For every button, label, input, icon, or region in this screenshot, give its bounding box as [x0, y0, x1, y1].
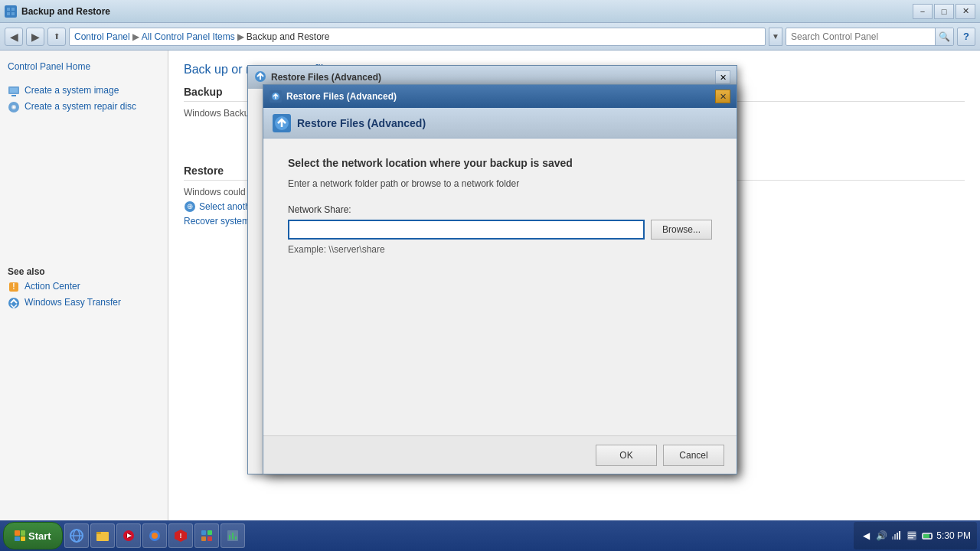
tray-power[interactable] — [921, 530, 933, 542]
svg-rect-27 — [201, 530, 206, 535]
breadcrumb: Control Panel ▶ All Control Panel Items … — [69, 28, 766, 46]
svg-rect-5 — [10, 88, 18, 93]
svg-rect-38 — [899, 531, 900, 540]
svg-rect-45 — [932, 535, 933, 537]
address-bar: ◀ ▶ ⬆ Control Panel ▶ All Control Panel … — [0, 23, 980, 51]
breadcrumb-dropdown[interactable]: ▼ — [769, 28, 782, 46]
svg-rect-28 — [207, 530, 212, 535]
network-share-row: Browse... — [288, 220, 712, 240]
dialog-title-bar: Restore Files (Advanced) ✕ — [263, 85, 737, 108]
dialog-header: Restore Files (Advanced) — [263, 108, 737, 139]
ok-button[interactable]: OK — [596, 445, 657, 466]
dialog-body: Select the network location where your b… — [263, 139, 737, 273]
svg-rect-40 — [908, 533, 916, 534]
sidebar-create-system-image[interactable]: Create a system image — [8, 84, 160, 97]
sidebar: Control Panel Home Create a system image — [0, 51, 168, 520]
create-repair-disc-label: Create a system repair disc — [24, 100, 136, 113]
tray-speaker[interactable]: 🔊 — [875, 530, 887, 542]
sidebar-windows-easy-transfer[interactable]: Windows Easy Transfer — [8, 296, 160, 309]
dialog-example: Example: \\server\share — [288, 244, 712, 255]
svg-point-24 — [152, 533, 158, 539]
firefox-icon — [147, 528, 162, 543]
breadcrumb-all-items[interactable]: All Control Panel Items — [142, 31, 235, 42]
forward-button[interactable]: ▶ — [26, 28, 44, 46]
taskbar-security[interactable]: ! — [168, 523, 193, 548]
dialog-description: Enter a network folder path or browse to… — [288, 178, 712, 189]
browse-button[interactable]: Browse... — [651, 220, 712, 240]
dialog-bg-close-button[interactable]: ✕ — [715, 70, 730, 84]
start-button[interactable]: Start — [3, 522, 63, 549]
tray-action-center[interactable] — [906, 530, 918, 542]
taskbar-firefox[interactable] — [142, 523, 167, 548]
network-share-input[interactable] — [288, 220, 645, 240]
sidebar-action-center[interactable]: ! Action Center — [8, 280, 160, 293]
svg-rect-6 — [11, 95, 16, 96]
dialog-title-text: Restore Files (Advanced) — [286, 91, 710, 102]
create-system-image-label: Create a system image — [24, 84, 119, 97]
action-center-icon: ! — [8, 281, 20, 293]
network-share-label: Network Share: — [288, 204, 712, 215]
svg-rect-42 — [908, 537, 913, 539]
see-also-title: See also — [8, 266, 160, 277]
dialog-close-button[interactable]: ✕ — [715, 90, 730, 103]
svg-rect-19 — [96, 532, 101, 534]
breadcrumb-current: Backup and Restore — [247, 31, 330, 42]
task-manager-icon — [225, 528, 240, 543]
window-icon — [5, 5, 17, 18]
svg-rect-30 — [207, 536, 212, 541]
ie-icon — [69, 528, 84, 543]
dialog-bg-title-text: Restore Files (Advanced) — [271, 72, 381, 83]
windows-logo — [15, 530, 25, 541]
dialog-main-title: Select the network location where your b… — [288, 157, 712, 169]
svg-rect-34 — [235, 536, 237, 540]
maximize-button[interactable]: □ — [934, 4, 954, 19]
tray-network[interactable] — [890, 530, 903, 542]
back-button[interactable]: ◀ — [5, 28, 23, 46]
start-label: Start — [28, 530, 51, 542]
control-panel-taskbar-icon — [199, 528, 214, 543]
search-input[interactable] — [786, 31, 935, 42]
taskbar: Start — [0, 520, 980, 551]
taskbar-explorer[interactable] — [90, 523, 115, 548]
media-icon — [121, 528, 136, 543]
dialog-header-icon — [273, 114, 291, 132]
svg-rect-32 — [229, 535, 230, 540]
taskbar-ie[interactable] — [64, 523, 89, 548]
dialog-title-icon — [270, 90, 282, 103]
search-button[interactable]: 🔍 — [935, 28, 953, 45]
taskbar-control-panel[interactable] — [194, 523, 219, 548]
svg-text:!: ! — [12, 282, 15, 291]
sidebar-control-panel-home[interactable]: Control Panel Home — [8, 60, 160, 73]
window-title: Backup and Restore — [21, 6, 913, 17]
svg-text:⊕: ⊕ — [187, 202, 193, 210]
close-button[interactable]: ✕ — [956, 4, 975, 19]
svg-rect-44 — [923, 534, 929, 538]
svg-rect-37 — [897, 533, 898, 540]
dialog-main: Restore Files (Advanced) ✕ Restore Files… — [263, 84, 737, 474]
svg-rect-35 — [892, 536, 893, 540]
dialog-bg-icon — [254, 70, 266, 85]
taskbar-media[interactable] — [116, 523, 141, 548]
tray-arrow[interactable]: ◀ — [860, 530, 872, 542]
breadcrumb-arrow-1: ▶ — [132, 31, 139, 42]
system-image-icon — [8, 85, 20, 97]
minimize-button[interactable]: − — [913, 4, 933, 19]
dialog-header-title: Restore Files (Advanced) — [297, 117, 426, 129]
taskbar-task-mgr[interactable] — [220, 523, 245, 548]
svg-rect-33 — [232, 533, 234, 540]
dialog-footer: OK Cancel — [263, 435, 737, 474]
search-bar: 🔍 — [786, 28, 954, 46]
breadcrumb-control-panel[interactable]: Control Panel — [74, 31, 130, 42]
repair-disc-icon — [8, 101, 20, 113]
svg-point-9 — [13, 106, 15, 108]
cancel-button[interactable]: Cancel — [663, 445, 724, 466]
system-clock[interactable]: 5:30 PM — [936, 530, 971, 541]
up-button[interactable]: ⬆ — [47, 28, 66, 46]
help-button[interactable]: ? — [957, 28, 975, 46]
action-center-label: Action Center — [24, 280, 80, 293]
svg-rect-3 — [11, 12, 15, 15]
sidebar-create-repair-disc[interactable]: Create a system repair disc — [8, 100, 160, 113]
svg-rect-41 — [908, 535, 916, 536]
svg-text:!: ! — [179, 532, 181, 540]
easy-transfer-icon — [8, 297, 20, 309]
